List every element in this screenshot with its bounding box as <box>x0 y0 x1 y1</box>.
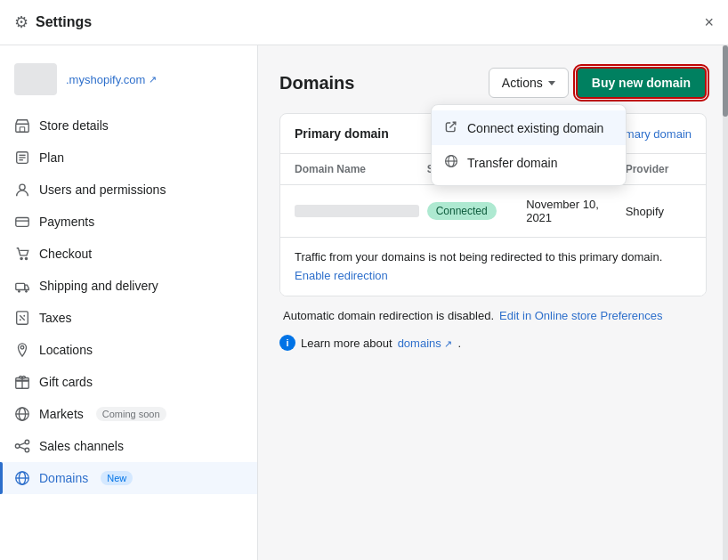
buy-new-domain-button[interactable]: Buy new domain <box>576 67 707 99</box>
svg-point-9 <box>20 257 22 259</box>
provider-cell: Shopify <box>626 205 692 218</box>
sidebar-item-store-details[interactable]: Store details <box>0 110 257 142</box>
date-added-cell: November 10, 2021 <box>526 198 626 224</box>
learn-more-text: Learn more about <box>301 337 392 350</box>
store-url-link[interactable]: .myshopify.com ↗ <box>66 73 157 86</box>
sidebar-item-label: Sales channels <box>39 439 124 453</box>
payments-icon <box>14 214 30 230</box>
sidebar-item-payments[interactable]: Payments <box>0 206 257 238</box>
content-area: .myshopify.com ↗ Store details Plan <box>0 45 728 560</box>
sidebar-item-label: Taxes <box>39 311 72 325</box>
svg-point-12 <box>18 290 20 293</box>
page-title: Domains <box>279 73 354 93</box>
svg-rect-0 <box>16 124 28 132</box>
svg-rect-11 <box>16 283 25 289</box>
col-domain-name: Domain Name <box>295 163 427 175</box>
sidebar-item-label: Plan <box>39 150 64 165</box>
gift-cards-icon <box>14 374 30 390</box>
status-badge: Connected <box>427 202 497 220</box>
globe-icon <box>444 154 458 171</box>
svg-point-6 <box>20 184 25 190</box>
checkout-icon <box>14 246 30 262</box>
domain-name-redacted <box>295 205 419 217</box>
status-cell: Connected <box>427 202 527 220</box>
edit-online-store-preferences-link[interactable]: Edit in Online store Preferences <box>499 309 663 322</box>
locations-icon <box>14 342 30 358</box>
external-icon: ↗ <box>444 338 452 349</box>
sidebar-item-plan[interactable]: Plan <box>0 142 257 174</box>
users-icon <box>14 182 30 198</box>
svg-point-26 <box>25 440 29 444</box>
link-icon <box>444 119 458 136</box>
taxes-icon <box>14 310 30 326</box>
svg-point-25 <box>15 444 20 449</box>
chevron-down-icon <box>548 81 555 85</box>
sidebar-item-label: Shipping and delivery <box>39 279 158 293</box>
close-button[interactable]: × <box>704 14 714 30</box>
sidebar-item-locations[interactable]: Locations <box>0 334 257 366</box>
external-link-icon: ↗ <box>149 74 157 85</box>
sidebar-item-label: Users and permissions <box>39 183 166 197</box>
store-info: .myshopify.com ↗ <box>0 56 257 110</box>
store-avatar <box>14 63 57 95</box>
sidebar-item-label: Payments <box>39 215 94 229</box>
transfer-domain-item[interactable]: Transfer domain <box>432 145 626 180</box>
title-bar-left: ⚙ Settings <box>14 12 92 32</box>
sidebar-item-label: Locations <box>39 343 93 357</box>
title-bar: ⚙ Settings × <box>0 0 728 45</box>
sidebar-item-label: Checkout <box>39 247 92 261</box>
sidebar-item-taxes[interactable]: Taxes <box>0 302 257 334</box>
sales-channels-icon <box>14 438 30 454</box>
markets-icon <box>14 406 30 422</box>
info-icon: i <box>279 335 295 351</box>
svg-line-28 <box>20 442 26 445</box>
window-title: Settings <box>36 14 92 30</box>
scrollbar-thumb[interactable] <box>723 45 728 117</box>
store-icon <box>14 118 30 134</box>
plan-icon <box>14 150 30 166</box>
actions-button[interactable]: Actions <box>489 68 569 98</box>
page-header: Domains Actions Buy new domain Connect e… <box>279 67 707 99</box>
header-actions: Actions Buy new domain <box>489 67 707 99</box>
actions-dropdown: Connect existing domain Transfer domain <box>431 104 627 186</box>
connect-existing-domain-item[interactable]: Connect existing domain <box>432 110 626 145</box>
svg-rect-1 <box>20 127 24 132</box>
svg-point-18 <box>20 346 24 350</box>
svg-rect-7 <box>16 218 28 227</box>
svg-point-13 <box>25 290 28 293</box>
new-badge: New <box>101 471 133 485</box>
svg-point-16 <box>20 319 21 321</box>
main-content: Domains Actions Buy new domain Connect e… <box>258 45 728 560</box>
redirect-notice: Traffic from your domains is not being r… <box>280 238 706 296</box>
sidebar: .myshopify.com ↗ Store details Plan <box>0 45 258 560</box>
auto-redirect-bar: Automatic domain redirection is disabled… <box>279 309 707 322</box>
redirect-text: Traffic from your domains is not being r… <box>295 250 692 264</box>
sidebar-item-gift-cards[interactable]: Gift cards <box>0 366 257 398</box>
connect-existing-label: Connect existing domain <box>467 121 603 135</box>
sidebar-nav: Store details Plan Users and permissions <box>0 110 257 494</box>
primary-domain-label: Primary domain <box>295 126 389 141</box>
scrollbar-track[interactable] <box>723 45 728 560</box>
sidebar-item-shipping[interactable]: Shipping and delivery <box>0 270 257 302</box>
sidebar-item-sales-channels[interactable]: Sales channels <box>0 430 257 462</box>
sidebar-item-domains[interactable]: Domains New ← <box>0 462 257 494</box>
settings-window: ⚙ Settings × .myshopify.com ↗ Store deta… <box>0 0 728 560</box>
svg-point-27 <box>25 448 29 452</box>
domains-learn-more-link[interactable]: domains ↗ <box>398 337 453 350</box>
gear-icon: ⚙ <box>14 12 28 32</box>
sidebar-item-label: Markets <box>39 407 84 421</box>
sidebar-item-checkout[interactable]: Checkout <box>0 238 257 270</box>
enable-redirection-link[interactable]: Enable redirection <box>295 269 388 282</box>
sidebar-item-label: Store details <box>39 118 109 133</box>
auto-redirect-text: Automatic domain redirection is disabled… <box>283 309 494 322</box>
svg-point-17 <box>23 315 25 317</box>
col-provider: Provider <box>626 163 692 175</box>
transfer-domain-label: Transfer domain <box>467 156 557 170</box>
domain-row: Connected November 10, 2021 Shopify <box>280 185 706 238</box>
svg-point-10 <box>25 257 27 259</box>
sidebar-item-label: Domains <box>39 471 88 485</box>
sidebar-item-users-permissions[interactable]: Users and permissions <box>0 174 257 206</box>
sidebar-item-markets[interactable]: Markets Coming soon <box>0 398 257 430</box>
shipping-icon <box>14 278 30 294</box>
svg-line-29 <box>20 447 26 450</box>
